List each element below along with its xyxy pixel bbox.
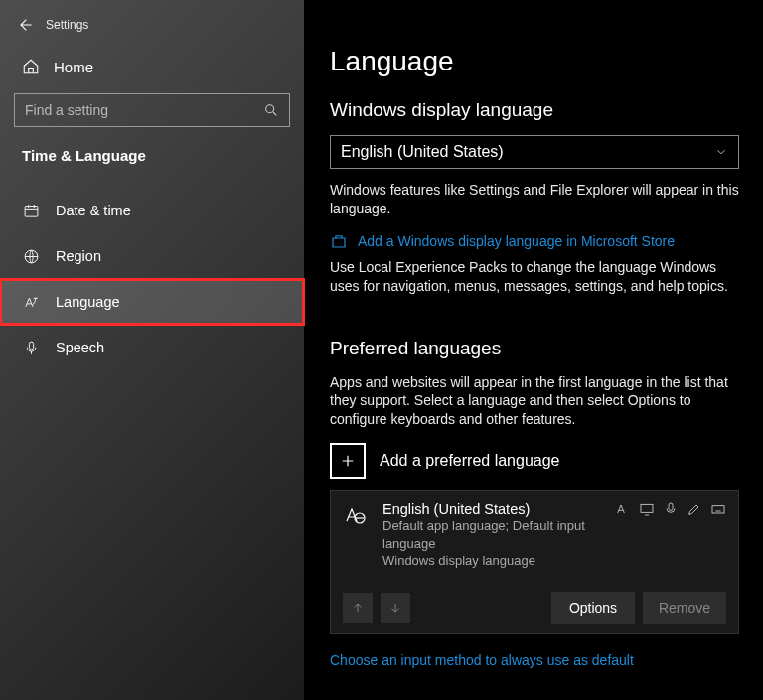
language-sub1: Default app language; Default input lang…	[382, 517, 609, 552]
language-sub2: Windows display language	[382, 552, 609, 570]
back-button[interactable]	[8, 11, 42, 39]
search-input[interactable]	[25, 102, 263, 118]
svg-rect-1	[25, 206, 38, 216]
store-link-text: Add a Windows display language in Micros…	[358, 233, 675, 249]
preferred-description: Apps and websites will appear in the fir…	[330, 373, 739, 430]
svg-rect-3	[29, 342, 33, 350]
text-to-speech-icon	[615, 501, 631, 517]
move-up-button[interactable]	[343, 593, 373, 623]
sidebar-item-region[interactable]: Region	[0, 233, 304, 279]
home-label: Home	[54, 59, 93, 75]
remove-button[interactable]: Remove	[643, 592, 726, 624]
language-item[interactable]: English (United States) Default app lang…	[330, 490, 739, 634]
sidebar-item-language[interactable]: Language	[0, 279, 304, 325]
language-name: English (United States)	[382, 501, 609, 517]
store-icon	[330, 232, 348, 250]
add-language-row[interactable]: Add a preferred language	[330, 443, 739, 479]
nav-label: Date & time	[56, 203, 131, 218]
speech-icon	[663, 501, 679, 517]
plus-icon	[330, 443, 366, 479]
search-icon	[263, 102, 279, 118]
add-language-label: Add a preferred language	[380, 452, 559, 470]
options-button[interactable]: Options	[551, 592, 635, 624]
nav-label: Region	[56, 248, 101, 264]
input-method-link[interactable]: Choose an input method to always use as …	[330, 652, 739, 668]
display-icon	[639, 501, 655, 517]
display-description: Windows features like Settings and File …	[330, 181, 739, 218]
microphone-icon	[22, 340, 40, 356]
nav-label: Language	[56, 294, 120, 310]
store-link-row[interactable]: Add a Windows display language in Micros…	[330, 232, 739, 250]
chevron-down-icon	[714, 145, 728, 159]
globe-icon	[22, 248, 40, 265]
category-title: Time & Language	[0, 127, 304, 168]
svg-rect-5	[641, 505, 653, 513]
page-title: Language	[330, 46, 739, 77]
sidebar-home[interactable]: Home	[0, 38, 304, 89]
move-down-button[interactable]	[381, 593, 410, 623]
language-icon	[22, 294, 40, 311]
section-preferred-heading: Preferred languages	[330, 338, 739, 359]
home-icon	[22, 58, 40, 75]
section-display-heading: Windows display language	[330, 99, 739, 121]
keyboard-icon	[710, 501, 726, 517]
display-language-select[interactable]: English (United States)	[330, 135, 739, 169]
nav-label: Speech	[56, 340, 104, 355]
lep-description: Use Local Experience Packs to change the…	[330, 258, 739, 296]
language-globe-icon	[343, 501, 373, 570]
svg-rect-6	[669, 503, 673, 510]
search-box[interactable]	[14, 93, 290, 127]
clock-icon	[22, 203, 40, 219]
sidebar-item-speech[interactable]: Speech	[0, 325, 304, 370]
handwriting-icon	[687, 501, 702, 517]
sidebar-item-date-time[interactable]: Date & time	[0, 188, 304, 233]
select-value: English (United States)	[341, 143, 504, 161]
svg-point-0	[266, 105, 274, 113]
app-title: Settings	[46, 18, 88, 32]
svg-rect-7	[712, 506, 724, 513]
